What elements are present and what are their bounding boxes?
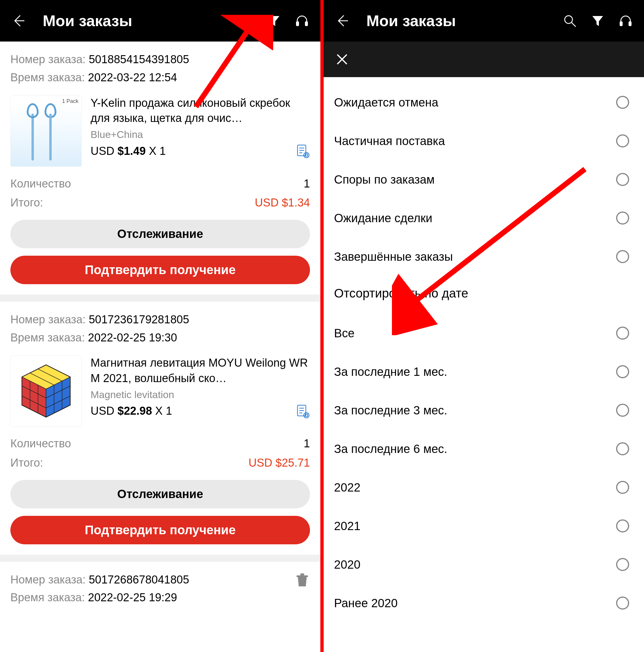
filter-sheet-header	[324, 42, 644, 77]
filter-label: Все	[334, 327, 355, 340]
receipt-icon[interactable]	[296, 144, 310, 158]
search-icon[interactable]	[560, 11, 579, 30]
total-line: Итого: USD $1.34	[10, 193, 310, 212]
filter-option-partial-shipping[interactable]: Частичная поставка	[324, 121, 644, 160]
headset-icon[interactable]	[616, 11, 635, 30]
qty-line: Количество 1	[10, 174, 310, 193]
track-button[interactable]: Отслеживание	[10, 480, 310, 509]
product-title: Y-Kelin продажа силиконовый скребок для …	[91, 96, 310, 126]
date-option-2022[interactable]: 2022	[324, 468, 644, 507]
svg-point-21	[304, 413, 309, 418]
order-time-label: Время заказа:	[10, 591, 88, 604]
svg-rect-24	[297, 575, 308, 577]
confirm-receipt-button[interactable]: Подтвердить получение	[10, 516, 310, 544]
order-time-line: Время заказа: 2022-02-25 19:29	[10, 589, 284, 607]
date-option-1m[interactable]: За последние 1 мес.	[324, 352, 644, 391]
total-line: Итого: USD $25.71	[10, 453, 310, 472]
delete-icon[interactable]	[294, 562, 320, 589]
order-card: Номер заказа: 5018854154391805 Время зак…	[0, 42, 320, 295]
product-price: USD $1.49 X 1	[91, 145, 166, 158]
filter-label: Завершённые заказы	[334, 250, 453, 264]
order-number-label: Номер заказа:	[10, 313, 89, 326]
order-time: 2022-02-25 19:29	[88, 591, 177, 604]
svg-rect-28	[620, 21, 623, 26]
product-row[interactable]: 1 Pack Y-Kelin продажа силиконовый скреб…	[0, 89, 320, 174]
card-separator	[0, 295, 320, 302]
page-title: Мои заказы	[366, 12, 551, 30]
svg-point-4	[304, 153, 309, 158]
product-variant: Magnetic levitation	[91, 389, 310, 401]
svg-rect-1	[296, 21, 299, 26]
radio-icon	[616, 558, 629, 571]
radio-icon	[616, 519, 629, 533]
filter-icon[interactable]	[264, 11, 284, 30]
date-option-all[interactable]: Все	[324, 314, 644, 352]
radio-icon	[616, 96, 629, 109]
order-number: 5017268678041805	[89, 573, 189, 586]
order-time-label: Время заказа:	[10, 331, 88, 344]
receipt-icon[interactable]	[296, 404, 310, 418]
order-card: Номер заказа: 5017236179281805 Время зак…	[0, 302, 320, 555]
back-button[interactable]	[9, 11, 28, 30]
status-filter-list: Ожидается отмена Частичная поставка Спор…	[324, 77, 644, 276]
order-time-label: Время заказа:	[10, 71, 88, 84]
radio-icon	[616, 404, 629, 417]
order-number: 5018854154391805	[89, 53, 189, 65]
radio-icon	[616, 250, 629, 263]
filter-icon[interactable]	[588, 11, 607, 30]
order-time: 2022-02-25 19:30	[88, 331, 177, 344]
svg-rect-23	[301, 573, 304, 575]
filter-label: Споры по заказам	[334, 173, 435, 186]
radio-icon	[616, 597, 629, 609]
product-thumbnail: 1 Pack	[10, 96, 82, 167]
radio-icon	[616, 481, 629, 494]
filter-option-awaiting-deal[interactable]: Ожидание сделки	[324, 199, 644, 237]
sort-by-date-heading: Отсортировать по дате	[324, 276, 644, 308]
order-number-label: Номер заказа:	[10, 53, 89, 65]
order-number-line: Номер заказа: 5017268678041805	[10, 571, 284, 589]
order-card: Номер заказа: 5017268678041805 Время зак…	[0, 562, 320, 610]
filter-label: 2020	[334, 558, 360, 571]
back-button[interactable]	[333, 11, 352, 30]
radio-icon	[616, 327, 629, 339]
date-option-2021[interactable]: 2021	[324, 507, 644, 545]
pack-badge: 1 Pack	[62, 98, 78, 104]
order-time: 2022-03-22 12:54	[88, 71, 177, 84]
filter-option-cancel-pending[interactable]: Ожидается отмена	[324, 83, 644, 121]
radio-icon	[616, 134, 629, 147]
order-number-line: Номер заказа: 5018854154391805	[10, 50, 310, 69]
confirm-receipt-button[interactable]: Подтвердить получение	[10, 256, 310, 284]
svg-point-0	[241, 16, 249, 23]
svg-rect-5	[305, 154, 308, 156]
svg-rect-22	[305, 414, 308, 416]
radio-icon	[616, 365, 629, 378]
svg-point-27	[565, 16, 572, 23]
product-variant: Blue+China	[91, 129, 310, 140]
product-price: USD $22.98 X 1	[91, 405, 172, 417]
date-option-2020[interactable]: 2020	[324, 545, 644, 584]
date-option-3m[interactable]: За последние 3 мес.	[324, 391, 644, 430]
radio-icon	[616, 173, 629, 186]
date-option-before-2020[interactable]: Ранее 2020	[324, 584, 644, 622]
header-bar: Мои заказы	[0, 0, 320, 42]
date-option-6m[interactable]: За последние 6 мес.	[324, 430, 644, 468]
order-time-line: Время заказа: 2022-02-25 19:30	[10, 329, 310, 347]
filter-label: Ранее 2020	[334, 597, 397, 610]
order-number: 5017236179281805	[89, 313, 189, 326]
svg-rect-2	[305, 21, 308, 26]
order-number-label: Номер заказа:	[10, 573, 89, 586]
close-icon[interactable]	[333, 50, 352, 69]
product-row[interactable]: Магнитная левитация MOYU Weilong WR M 20…	[0, 349, 320, 434]
filter-label: 2022	[334, 481, 360, 494]
search-icon[interactable]	[237, 11, 256, 30]
filter-label: За последние 6 мес.	[334, 442, 447, 456]
filter-label: 2021	[334, 519, 360, 533]
date-filter-list: Все За последние 1 мес. За последние 3 м…	[324, 308, 644, 622]
track-button[interactable]: Отслеживание	[10, 220, 310, 248]
filter-option-completed[interactable]: Завершённые заказы	[324, 237, 644, 276]
radio-icon	[616, 442, 629, 455]
filter-option-disputes[interactable]: Споры по заказам	[324, 160, 644, 199]
product-thumbnail	[10, 355, 82, 427]
headset-icon[interactable]	[292, 11, 311, 30]
filter-label: Частичная поставка	[334, 134, 445, 148]
